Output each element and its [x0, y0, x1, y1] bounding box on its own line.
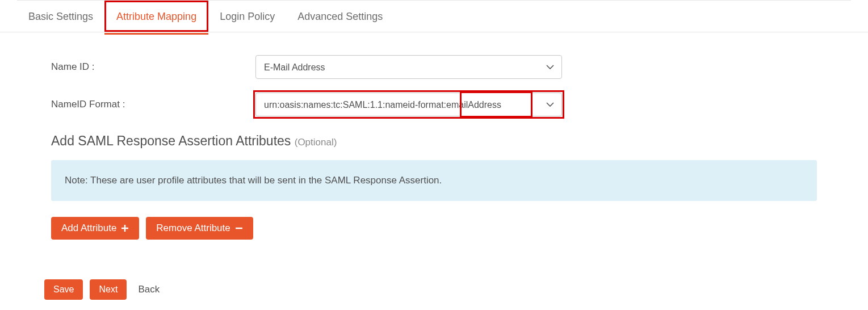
nameid-format-label: NameID Format : [51, 99, 255, 110]
attribute-buttons-row: Add Attribute Remove Attribute [51, 217, 817, 240]
nameid-select[interactable]: E-Mail Address [255, 55, 562, 79]
nameid-select-wrap: E-Mail Address [255, 55, 562, 79]
tab-advanced-settings[interactable]: Advanced Settings [286, 1, 394, 32]
section-heading: Add SAML Response Assertion Attributes (… [51, 133, 817, 149]
remove-attribute-button[interactable]: Remove Attribute [146, 217, 253, 240]
remove-attribute-label: Remove Attribute [156, 223, 230, 234]
nameid-row: Name ID : E-Mail Address [51, 55, 817, 79]
tabs-container: Basic Settings Attribute Mapping Login P… [0, 1, 868, 32]
add-attribute-button[interactable]: Add Attribute [51, 217, 139, 240]
note-box: Note: These are user profile attributes … [51, 160, 817, 201]
add-attribute-label: Add Attribute [61, 223, 116, 234]
nameid-label: Name ID : [51, 61, 255, 73]
minus-icon [235, 224, 243, 232]
tab-basic-settings[interactable]: Basic Settings [17, 1, 104, 32]
section-heading-optional: (Optional) [295, 137, 337, 148]
nameid-format-select[interactable]: urn:oasis:names:tc:SAML:1.1:nameid-forma… [255, 93, 562, 116]
content-area: Name ID : E-Mail Address NameID Format :… [0, 32, 868, 279]
plus-icon [121, 224, 129, 232]
tab-attribute-mapping[interactable]: Attribute Mapping [104, 1, 208, 32]
next-button[interactable]: Next [90, 279, 127, 300]
back-link[interactable]: Back [133, 284, 160, 295]
nameid-format-row: NameID Format : urn:oasis:names:tc:SAML:… [51, 93, 817, 116]
save-button[interactable]: Save [44, 279, 83, 300]
footer-row: Save Next Back [0, 279, 868, 310]
section-heading-text: Add SAML Response Assertion Attributes [51, 133, 295, 148]
tab-login-policy[interactable]: Login Policy [208, 1, 286, 32]
nameid-format-select-wrap: urn:oasis:names:tc:SAML:1.1:nameid-forma… [255, 93, 562, 116]
